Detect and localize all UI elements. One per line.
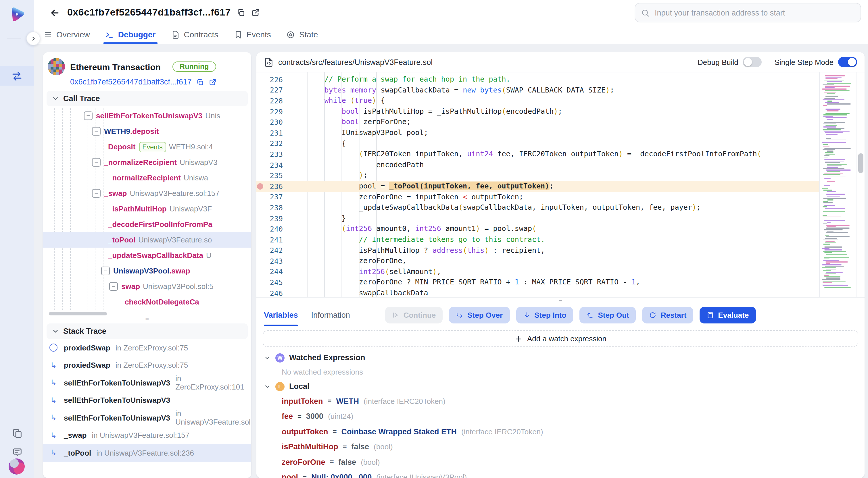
local-section[interactable]: L Local (264, 379, 857, 393)
single-step-toggle[interactable] (838, 57, 857, 67)
code-line[interactable]: 232 { (256, 138, 819, 149)
variable-value[interactable]: Coinbase Wrapped Staked ETH (341, 427, 457, 436)
tab-contracts[interactable]: Contracts (171, 25, 218, 44)
variable-value[interactable]: Null: 0x000...000 (311, 473, 372, 478)
minimap-line (824, 148, 851, 149)
code-line[interactable]: 231 IUniswapV3Pool pool; (256, 128, 819, 138)
collapse-box-icon[interactable]: − (92, 189, 101, 198)
transaction-search[interactable] (634, 3, 861, 23)
code-line[interactable]: 228 while (true) { (256, 95, 819, 106)
variable-row[interactable]: zeroForOne=false(bool) (264, 454, 857, 470)
stack-trace-item[interactable]: ↳_toPoolin UniswapV3Feature.sol:236 (43, 444, 251, 461)
code-line[interactable]: 227 bytes memory swapCallbackData = new … (256, 85, 819, 95)
code-line[interactable]: 243 zeroForOne, (256, 256, 819, 266)
stack-trace-item[interactable]: ↳sellEthForTokenToUniswapV3in ZeroExProx… (43, 374, 251, 391)
add-watch-expression[interactable]: Add a watch expression (263, 330, 858, 347)
code-line[interactable]: 245 zeroForOne ? MIN_PRICE_SQRT_RATIO + … (256, 277, 819, 288)
call-trace-item[interactable]: DepositEventsWETH9.sol:4 (43, 139, 251, 155)
watched-expression-section[interactable]: W Watched Expression (264, 350, 857, 365)
call-trace-item[interactable]: checkNotDelegateCa (43, 294, 251, 310)
code-line[interactable]: 240 (int256 amount0, int256 amount1) = p… (256, 224, 819, 234)
stack-trace-item[interactable]: ↳sellEthForTokenToUniswapV3in UniswapV3F… (43, 409, 251, 426)
copy-icon[interactable] (237, 8, 246, 17)
code-line[interactable]: 238 _updateSwapCallbackData(swapCallback… (256, 202, 819, 213)
continue-button[interactable]: Continue (385, 307, 443, 323)
collapse-box-icon[interactable]: − (101, 266, 110, 275)
tab-events[interactable]: Events (234, 25, 271, 44)
breakpoint-icon[interactable] (256, 183, 264, 189)
code-minimap[interactable] (819, 72, 857, 297)
variable-value[interactable]: WETH (336, 397, 359, 406)
user-avatar[interactable] (9, 458, 25, 475)
editor-resize-handle[interactable]: = (256, 297, 865, 305)
code-line[interactable]: 239 } (256, 213, 819, 223)
call-trace-item[interactable]: −UniswapV3Pool.swap (43, 263, 251, 279)
copy-icon[interactable] (196, 78, 204, 86)
call-trace-header[interactable]: Call Trace (46, 91, 248, 106)
step-over-button[interactable]: Step Over (449, 307, 509, 323)
rail-item-docs[interactable] (0, 428, 34, 440)
tab-debugger[interactable]: Debugger (105, 25, 156, 44)
code-line[interactable]: 237 zeroForOne = inputToken < outputToke… (256, 192, 819, 202)
external-link-icon[interactable] (251, 8, 261, 17)
code-line[interactable]: 236 pool = _toPool(inputToken, fee, outp… (256, 181, 819, 192)
sidebar-expand-button[interactable] (26, 32, 40, 45)
panel-resize-handle[interactable]: = (43, 315, 251, 322)
stack-trace-item[interactable]: ↳_swapin UniswapV3Feature.sol:157 (43, 426, 251, 444)
code-line[interactable]: 241 // Intermediate tokens go to this co… (256, 234, 819, 245)
horizontal-scrollbar[interactable] (49, 312, 107, 315)
stack-trace-header[interactable]: Stack Trace (46, 323, 248, 339)
debug-build-toggle[interactable] (743, 57, 762, 67)
code-line[interactable]: 235 ); (256, 170, 819, 181)
call-trace-item[interactable]: −WETH9.deposit (43, 124, 251, 139)
stack-trace-item[interactable]: proxiedSwapin ZeroExProxy.sol:75 (43, 339, 251, 356)
call-trace-item[interactable]: _updateSwapCallbackDataU (43, 248, 251, 263)
stack-trace-item[interactable]: ↳proxiedSwapin ZeroExProxy.sol:75 (43, 356, 251, 374)
variable-row[interactable]: inputToken=WETH(interface IERC20Token) (264, 393, 857, 409)
step-out-button[interactable]: Step Out (580, 307, 636, 323)
rail-item-feedback[interactable] (0, 447, 34, 458)
variable-row[interactable]: pool=Null: 0x000...000(interface IUniswa… (264, 470, 857, 478)
step-into-button[interactable]: Step Into (516, 307, 573, 323)
call-trace-item[interactable]: −sellEthForTokenToUniswapV3Unis (43, 108, 251, 124)
evaluate-button[interactable]: Evaluate (700, 307, 755, 323)
collapse-box-icon[interactable]: − (92, 127, 101, 136)
stack-trace-item[interactable]: ↳sellEthForTokenToUniswapV3 (43, 391, 251, 409)
code-line[interactable]: 234 encodedPath (256, 160, 819, 170)
call-trace-item[interactable]: −_normalizeRecipientUniswapV3 (43, 155, 251, 170)
call-trace-item[interactable]: _isPathMultiHopUniswapV3F (43, 201, 251, 217)
code-line[interactable]: 246 swapCallbackData (256, 288, 819, 297)
external-link-icon[interactable] (209, 78, 217, 86)
vertical-scrollbar[interactable] (857, 72, 865, 297)
call-trace-item[interactable]: _toPoolUniswapV3Feature.so (43, 232, 251, 248)
search-input[interactable] (654, 8, 855, 18)
variable-row[interactable]: outputToken=Coinbase Wrapped Staked ETH(… (264, 424, 857, 439)
call-trace-item[interactable]: −swapUniswapV3Pool.sol:5 (43, 279, 251, 294)
tab-overview[interactable]: Overview (44, 25, 90, 44)
code-line[interactable]: 229 bool isPathMultiHop = _isPathMultiHo… (256, 106, 819, 117)
code-line[interactable]: 244 int256(sellAmount), (256, 266, 819, 277)
code-line[interactable]: 230 bool zeroForOne; (256, 117, 819, 128)
code-line[interactable]: 226 // Perform a swap for each hop in th… (256, 74, 819, 85)
collapse-box-icon[interactable]: − (109, 282, 118, 291)
rail-item-transactions[interactable] (0, 66, 34, 86)
app-logo-icon[interactable] (8, 5, 26, 24)
debug-tab-variables[interactable]: Variables (264, 305, 298, 326)
collapse-box-icon[interactable]: − (84, 111, 93, 120)
scrollbar-thumb[interactable] (858, 153, 863, 173)
code-line[interactable]: 233 (IERC20Token inputToken, uint24 fee,… (256, 149, 819, 159)
call-trace-item[interactable]: −_swapUniswapV3Feature.sol:157 (43, 186, 251, 201)
debug-tab-information[interactable]: Information (311, 305, 350, 326)
collapse-box-icon[interactable]: − (92, 158, 101, 167)
code-text: ); (290, 170, 368, 181)
transaction-hash-link[interactable]: 0x6c1fb7ef5265447d1baff3cf...f617 (70, 77, 192, 86)
call-trace-item[interactable]: _decodeFirstPoolInfoFromPa (43, 217, 251, 232)
restart-button[interactable]: Restart (642, 307, 693, 323)
variable-row[interactable]: isPathMultiHop=false(bool) (264, 439, 857, 454)
code-line[interactable]: 242 isPathMultiHop ? address(this) : rec… (256, 245, 819, 256)
tab-state[interactable]: State (286, 25, 318, 44)
code-area[interactable]: 226 // Perform a swap for each hop in th… (256, 72, 819, 297)
call-trace-item[interactable]: _normalizeRecipientUniswa (43, 170, 251, 186)
variable-row[interactable]: fee=3000(uint24) (264, 409, 857, 424)
back-button[interactable] (50, 7, 60, 18)
